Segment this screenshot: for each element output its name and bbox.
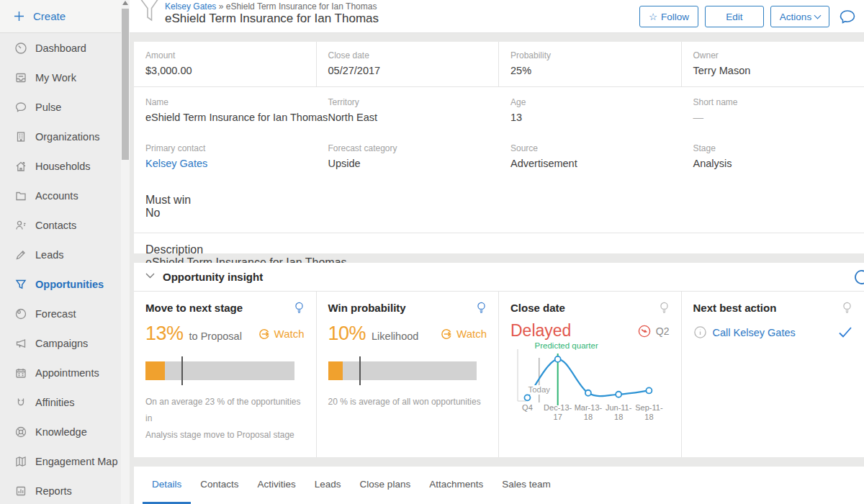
field-probability: Probability 25% (499, 42, 682, 86)
organizations-icon (14, 130, 27, 143)
sidebar-item-households[interactable]: Households (0, 151, 130, 181)
tab-contacts[interactable]: Contacts (191, 467, 248, 504)
card-win-probability: Win probability 10% Likelihood Watch (317, 292, 500, 457)
breadcrumb-current: eShield Term Insurance for Ian Thomas (226, 1, 377, 12)
engagement-map-icon (14, 455, 27, 468)
affinities-icon (14, 396, 27, 409)
follow-button[interactable]: ☆ Follow (639, 6, 698, 27)
forecast-icon (14, 307, 27, 320)
sidebar-item-engagement-map[interactable]: Engagement Map (0, 446, 130, 476)
svg-text:Mar-13-: Mar-13- (575, 403, 603, 412)
check-icon[interactable] (838, 326, 852, 338)
delayed-trend-icon (637, 324, 652, 338)
my-work-icon (14, 71, 27, 84)
field-name: Name eShield Term Insurance for Ian Thom… (134, 87, 317, 133)
scrollbar-thumb[interactable] (122, 9, 129, 160)
opportunity-insight-panel: Opportunity insight Move to next stage 1… (134, 263, 864, 457)
card-move-to-next-stage: Move to next stage 13% to Proposal Watch (134, 292, 317, 457)
tab-attachments[interactable]: Attachments (420, 467, 492, 504)
field-source: Source Advertisement (499, 133, 682, 179)
stage-bar-fill (145, 361, 165, 380)
sidebar-item-organizations[interactable]: Organizations (0, 122, 130, 151)
stage-percent: 13% (145, 323, 184, 345)
pulse-icon (14, 101, 27, 114)
tab-leads[interactable]: Leads (305, 467, 351, 504)
breadcrumb: Kelsey Gates » eShield Term Insurance fo… (165, 1, 377, 12)
svg-text:Today: Today (528, 385, 550, 394)
sidebar-scrollbar[interactable] (121, 0, 130, 504)
field-age: Age 13 (499, 87, 682, 133)
primary-contact-link[interactable]: Kelsey Gates (145, 158, 305, 169)
svg-text:18: 18 (584, 413, 593, 421)
sidebar-item-forecast[interactable]: Forecast (0, 299, 130, 328)
campaigns-icon (14, 337, 27, 350)
tab-details[interactable]: Details (143, 467, 191, 504)
stage-avg-marker (181, 356, 183, 385)
refresh-icon[interactable] (853, 269, 864, 286)
sidebar-item-campaigns[interactable]: Campaigns (0, 328, 130, 358)
page-title: eShield Term Insurance for Ian Thomas (165, 12, 379, 26)
tab-sales-team[interactable]: Sales team (492, 467, 560, 504)
record-tabs-panel: Details Contacts Activities Leads Close … (134, 467, 864, 504)
sidebar-item-appointments[interactable]: Appointments (0, 358, 130, 387)
field-stage: Stage Analysis (682, 133, 864, 179)
win-caption: 20 % is average of all won opportunities (328, 394, 487, 410)
svg-text:17: 17 (554, 413, 562, 421)
info-icon[interactable] (693, 325, 707, 339)
record-header: Kelsey Gates » eShield Term Insurance fo… (130, 0, 864, 33)
chat-bubble-icon[interactable] (838, 7, 857, 26)
sidebar-item-pulse[interactable]: Pulse (0, 92, 130, 122)
breadcrumb-parent-link[interactable]: Kelsey Gates (165, 1, 216, 12)
insight-header: Opportunity insight (134, 263, 864, 292)
star-icon: ☆ (649, 11, 657, 22)
field-close-date: Close date 05/27/2017 (317, 42, 500, 86)
next-action-link[interactable]: Call Kelsey Gates (713, 327, 796, 338)
collapse-chevron-icon[interactable] (145, 273, 155, 279)
edit-button[interactable]: Edit (705, 6, 764, 27)
opportunity-funnel-icon (139, 0, 161, 25)
watch-icon (258, 328, 271, 341)
svg-text:Dec-13-: Dec-13- (544, 403, 572, 412)
watch-button-win[interactable]: Watch (440, 328, 487, 341)
households-icon (14, 160, 27, 173)
close-date-status: Delayed (510, 321, 571, 341)
lightbulb-icon[interactable] (476, 302, 487, 315)
sidebar-item-contacts[interactable]: Contacts (0, 210, 130, 240)
sidebar-item-knowledge[interactable]: Knowledge (0, 417, 130, 446)
field-short-name: Short name — (682, 87, 864, 133)
plus-icon (14, 11, 24, 22)
appointments-icon (14, 366, 27, 379)
lightbulb-icon[interactable] (659, 302, 670, 315)
reports-icon (14, 485, 27, 498)
sidebar-item-accounts[interactable]: Accounts (0, 181, 130, 210)
create-button[interactable]: Create (0, 0, 130, 33)
sidebar-item-affinities[interactable]: Affinities (0, 387, 130, 417)
actions-button[interactable]: Actions (770, 6, 829, 27)
tab-activities[interactable]: Activities (248, 467, 305, 504)
field-forecast-category: Forecast category Upside (317, 133, 500, 179)
stage-caption: On an average 23 % of the opportunities … (145, 394, 305, 443)
insight-title: Opportunity insight (163, 271, 263, 283)
svg-text:18: 18 (614, 413, 623, 421)
accounts-icon (14, 189, 27, 202)
breadcrumb-separator: » (219, 1, 224, 12)
watch-button-stage[interactable]: Watch (258, 328, 305, 341)
field-must-win: Must win No (134, 179, 864, 233)
sidebar-item-opportunities[interactable]: Opportunities (0, 269, 130, 299)
lightbulb-icon[interactable] (842, 302, 852, 315)
svg-text:Jun-11-: Jun-11- (606, 403, 632, 412)
win-progress-bar (328, 356, 487, 385)
create-label: Create (33, 10, 66, 22)
lightbulb-icon[interactable] (294, 302, 305, 315)
sidebar-item-reports[interactable]: Reports (0, 476, 130, 504)
sidebar-item-my-work[interactable]: My Work (0, 63, 130, 92)
sidebar-item-leads[interactable]: Leads (0, 240, 130, 269)
card-close-date: Close date Delayed Q2 Predicted qu (499, 292, 682, 457)
quarter-label: Q2 (656, 325, 670, 337)
dashboard-icon (14, 42, 27, 55)
field-territory: Territory North East (317, 87, 500, 133)
scroll-up-icon[interactable] (122, 1, 128, 5)
svg-text:Q4: Q4 (522, 403, 533, 412)
sidebar-item-dashboard[interactable]: Dashboard (0, 33, 130, 63)
tab-close-plans[interactable]: Close plans (351, 467, 420, 504)
